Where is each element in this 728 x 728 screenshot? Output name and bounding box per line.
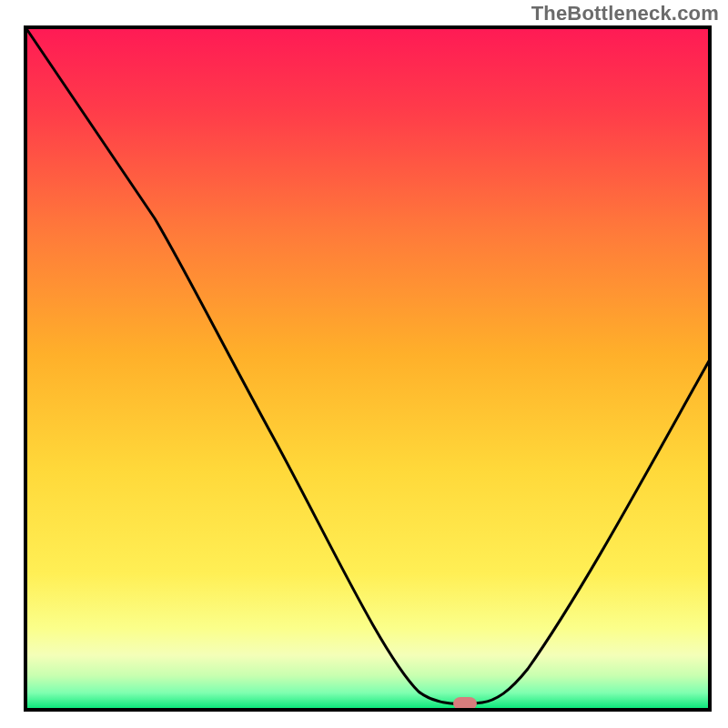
- gradient-background: [25, 27, 710, 710]
- plot-area: [25, 27, 710, 710]
- optimal-marker: [453, 697, 477, 710]
- chart-container: TheBottleneck.com: [0, 0, 728, 728]
- watermark-text: TheBottleneck.com: [531, 2, 719, 25]
- bottleneck-chart: [0, 0, 728, 728]
